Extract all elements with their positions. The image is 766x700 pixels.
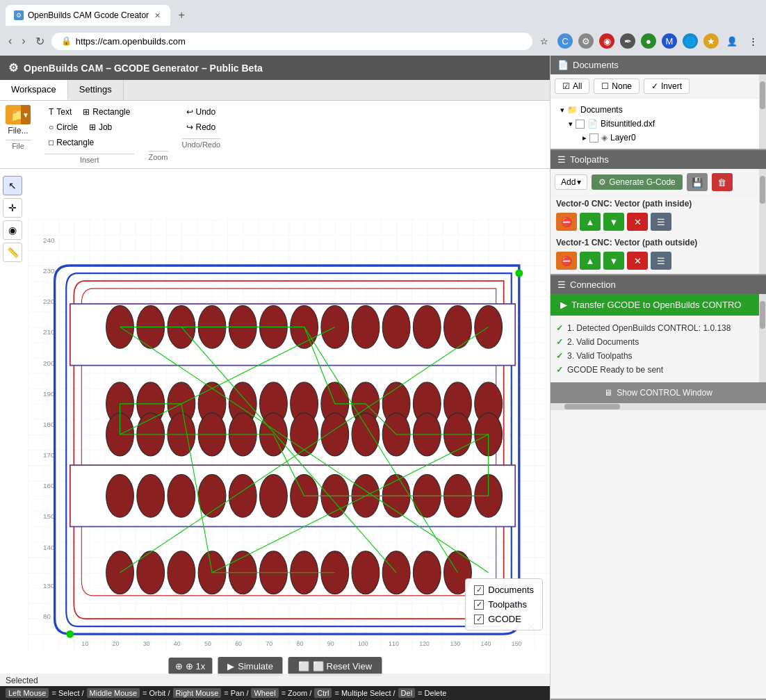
transfer-button[interactable]: ▶ Transfer GCODE to OpenBuilds CONTRO: [551, 294, 759, 316]
toolbar: 📁 ▼ File... File T Text ⊞ Rectangle: [0, 101, 550, 169]
documents-icon: 📄: [557, 60, 569, 70]
forward-button[interactable]: ›: [19, 32, 28, 50]
svg-point-81: [413, 551, 441, 594]
undo-button[interactable]: ↩ Undo: [182, 105, 220, 119]
svg-point-30: [444, 305, 472, 348]
job-button[interactable]: ⊞ Rectangle: [79, 105, 134, 119]
svg-text:30: 30: [143, 640, 150, 647]
tp1-delete-btn[interactable]: ✕: [627, 252, 648, 270]
svg-text:80: 80: [43, 612, 51, 620]
check-3: ✓: [556, 365, 563, 375]
delete-toolpath-button[interactable]: 🗑: [712, 173, 733, 191]
file-checkbox[interactable]: [576, 120, 585, 129]
tp0-menu-btn[interactable]: ☰: [651, 213, 671, 231]
tp1-disable-btn[interactable]: ⛔: [556, 252, 577, 270]
lock-icon: 🔒: [61, 36, 72, 46]
save-toolpath-button[interactable]: 💾: [687, 173, 708, 191]
tp1-up-btn[interactable]: ▲: [580, 252, 601, 270]
browser-tab[interactable]: ⚙ OpenBuilds CAM Gcode Creator ✕: [6, 5, 170, 26]
svg-text:150: 150: [43, 512, 55, 520]
simulate-button[interactable]: ▶ Simulate: [218, 657, 283, 676]
tp0-down-btn[interactable]: ▼: [603, 213, 624, 231]
measure-tool[interactable]: 📏: [3, 243, 22, 262]
back-button[interactable]: ‹: [6, 32, 15, 50]
redo-row: ↪ Redo: [182, 120, 221, 134]
svg-text:170: 170: [43, 451, 55, 459]
redo-button[interactable]: ↪ Redo: [182, 120, 220, 134]
tp0-up-btn[interactable]: ▲: [580, 213, 601, 231]
connection-scrollbar[interactable]: [759, 294, 766, 382]
bookmark-icon[interactable]: ☆: [537, 33, 552, 49]
left-mouse-key: Left Mouse: [6, 688, 49, 698]
grid-button[interactable]: ⊞ Job: [85, 120, 116, 134]
layer-checkbox[interactable]: [589, 133, 598, 143]
svg-text:130: 130: [450, 640, 460, 647]
all-button[interactable]: ☑ All: [555, 79, 589, 94]
svg-point-59: [137, 474, 165, 517]
toolpath-scrollbar[interactable]: [759, 169, 766, 274]
erase-tool[interactable]: ◉: [3, 220, 22, 240]
tp1-down-btn[interactable]: ▼: [603, 252, 624, 270]
circle-button[interactable]: ○ Circle: [44, 120, 82, 134]
move-tool[interactable]: ✛: [3, 198, 22, 218]
horizontal-scrollbar[interactable]: [551, 403, 766, 410]
none-button[interactable]: ☐ None: [594, 79, 639, 94]
new-tab-button[interactable]: +: [173, 7, 190, 24]
rectangle-button[interactable]: □ Rectangle: [44, 136, 98, 149]
tree-arrow-docs[interactable]: ▾: [560, 106, 564, 115]
svg-point-31: [475, 305, 503, 348]
svg-point-91: [66, 630, 74, 638]
tab-workspace[interactable]: Workspace: [0, 80, 68, 100]
middle-mouse-action: = Orbit /: [142, 689, 170, 697]
refresh-button[interactable]: ↻: [33, 32, 47, 51]
select-tool[interactable]: ↖: [3, 176, 22, 195]
redo-icon: ↪: [186, 122, 193, 132]
file-icon[interactable]: 📁 ▼: [6, 105, 31, 124]
gcode-checkbox[interactable]: ✓: [474, 614, 484, 624]
tree-arrow-layer[interactable]: ▸: [582, 133, 587, 143]
doc-scrollbar[interactable]: [759, 74, 766, 149]
svg-text:80: 80: [297, 640, 304, 647]
text-button[interactable]: T Text: [44, 105, 76, 119]
documents-checkbox[interactable]: ✓: [474, 585, 484, 595]
svg-text:40: 40: [174, 640, 181, 647]
left-mouse-action: = Select /: [51, 689, 83, 697]
url-box[interactable]: 🔒 https://cam.openbuilds.com: [51, 33, 532, 50]
generate-gcode-button[interactable]: ⚙ Generate G-Code: [592, 174, 682, 190]
canvas-area[interactable]: ↖ ✛ ◉ 📏 240 230 220 210: [0, 169, 550, 700]
reset-view-label: ⬜ Reset View: [313, 661, 372, 671]
file-dropdown-arrow[interactable]: ▼: [21, 105, 31, 124]
toolpaths-checkbox[interactable]: ✓: [474, 600, 484, 610]
avatar-icon[interactable]: 👤: [724, 33, 740, 49]
status-2-label: 3. Valid Toolpaths: [567, 351, 633, 361]
svg-text:150: 150: [512, 640, 522, 647]
connection-section-header: ☰ Connection: [551, 275, 766, 294]
menu-icon[interactable]: ⋮: [745, 33, 760, 49]
invert-icon: ✓: [651, 81, 658, 91]
tree-file-label: Bitsuntitled.dxf: [601, 119, 655, 129]
text-label: Text: [56, 107, 72, 117]
circle-icon: ○: [49, 122, 54, 132]
svg-point-79: [352, 551, 380, 594]
tp1-menu-btn[interactable]: ☰: [651, 252, 671, 270]
tab-close-btn[interactable]: ✕: [153, 11, 162, 20]
file-label[interactable]: File...: [8, 126, 28, 136]
status-1-label: 2. Valid Documents: [567, 337, 639, 347]
check-toolpaths[interactable]: ✓ Toolpaths: [474, 599, 534, 610]
insert-row2: ○ Circle ⊞ Job: [44, 120, 134, 134]
tp0-disable-btn[interactable]: ⛔: [556, 213, 577, 231]
status-list: ✓ 1. Detected OpenBuilds CONTROL: 1.0.13…: [551, 316, 759, 382]
tp0-delete-btn[interactable]: ✕: [627, 213, 648, 231]
reset-view-button[interactable]: ⬜ ⬜ Reset View: [288, 657, 382, 676]
svg-point-52: [321, 413, 349, 456]
tab-settings[interactable]: Settings: [68, 80, 124, 100]
check-documents[interactable]: ✓ Documents: [474, 585, 534, 595]
check-gcode[interactable]: ✓ GCODE: [474, 614, 534, 624]
del-action: = Delete: [418, 689, 446, 697]
toolpaths-title: Toolpaths: [570, 154, 609, 165]
add-toolpath-button[interactable]: Add ▾: [555, 174, 587, 190]
invert-button[interactable]: ✓ Invert: [644, 79, 690, 94]
tree-arrow-file[interactable]: ▾: [569, 120, 573, 129]
show-control-button[interactable]: 🖥 Show CONTROL Window: [552, 384, 765, 402]
undo-icon: ↩: [186, 107, 193, 117]
